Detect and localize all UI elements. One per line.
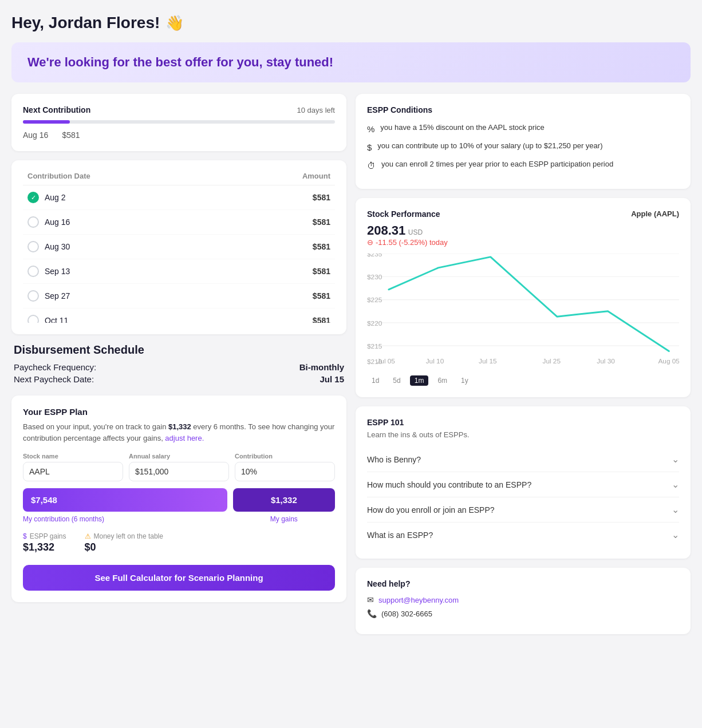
check-filled-icon: ✓ [27, 192, 39, 203]
time-tab-1y[interactable]: 1y [456, 375, 473, 386]
svg-text:Jul 10: Jul 10 [426, 357, 444, 365]
disbursement-section: Disbursement Schedule Paycheck Frequency… [11, 343, 346, 386]
row-amount: $581 [313, 242, 330, 251]
cta-button[interactable]: See Full Calculator for Scenario Plannin… [23, 565, 335, 591]
my-contribution-label: My contribution (6 months) [23, 515, 227, 523]
banner: We're looking for the best offer for you… [11, 42, 691, 82]
contribution-label: Contribution [235, 453, 335, 460]
help-title: Need help? [367, 579, 679, 588]
table-row: Aug 30 $581 [23, 235, 335, 259]
svg-text:Jul 05: Jul 05 [377, 357, 395, 365]
faq-question: How do you enroll or join an ESPP? [367, 505, 495, 515]
row-date: Aug 30 [45, 242, 70, 251]
calc-labels-row: My contribution (6 months) My gains [23, 515, 335, 523]
espp-plan-title: Your ESPP Plan [23, 407, 335, 417]
condition-icon: % [367, 123, 374, 135]
svg-text:Jul 15: Jul 15 [479, 357, 497, 365]
stock-price-unit: USD [408, 228, 423, 236]
stock-name-input[interactable] [23, 462, 123, 481]
condition-text: you can enroll 2 times per year prior to… [381, 159, 613, 169]
col-date: Contribution Date [27, 172, 90, 180]
change-icon: ⊖ [367, 238, 373, 247]
annual-salary-input[interactable] [129, 462, 229, 481]
paycheck-frequency-row: Paycheck Frequency: Bi-monthly [14, 362, 344, 372]
table-header: Contribution Date Amount [23, 172, 335, 185]
greeting-text: Hey, Jordan Flores! [11, 14, 160, 32]
progress-bar-fill [23, 120, 70, 124]
need-help-card: Need help? ✉ support@heybenny.com 📞 (608… [356, 568, 691, 634]
faq-question: What is an ESPP? [367, 531, 433, 540]
time-tab-1m[interactable]: 1m [410, 375, 429, 386]
chevron-down-icon: ⌄ [672, 529, 679, 540]
check-empty-icon [27, 266, 39, 277]
table-row: Sep 27 $581 [23, 284, 335, 308]
contribution-group: Contribution [235, 453, 335, 481]
contribution-date: Aug 16 [23, 130, 48, 140]
row-date: Oct 11 [45, 316, 68, 323]
next-paycheck-label: Next Paycheck Date: [14, 374, 94, 384]
espp-gains-value: $1,332 [23, 541, 66, 553]
stock-performance-card: Stock Performance Apple (AAPL) 208.31 US… [356, 198, 691, 397]
faq-list: Who is Benny? ⌄ How much should you cont… [367, 447, 679, 547]
my-gains-bar: $1,332 [233, 488, 335, 512]
paycheck-frequency-label: Paycheck Frequency: [14, 362, 96, 372]
money-left-label: Money left on the table [94, 532, 163, 540]
days-left: 10 days left [297, 106, 336, 114]
svg-text:Jul 25: Jul 25 [542, 357, 561, 365]
condition-item: $you can contribute up to 10% of your sa… [367, 141, 679, 153]
time-tab-1d[interactable]: 1d [367, 375, 384, 386]
adjust-link[interactable]: adjust here. [165, 434, 204, 442]
paycheck-frequency-value: Bi-monthly [299, 362, 344, 372]
contribution-input[interactable] [235, 462, 335, 481]
faq-item-0[interactable]: Who is Benny? ⌄ [367, 447, 679, 472]
check-empty-icon [27, 216, 39, 228]
time-tab-6m[interactable]: 6m [433, 375, 452, 386]
conditions-title: ESPP Conditions [367, 105, 679, 114]
condition-text: you can contribute up to 10% of your sal… [377, 141, 602, 151]
time-tabs: 1d5d1m6m1y [367, 375, 679, 386]
stock-name-group: Stock name [23, 453, 123, 481]
svg-text:$225: $225 [367, 296, 382, 304]
next-paycheck-value: Jul 15 [320, 374, 344, 384]
svg-text:$230: $230 [367, 273, 382, 281]
stock-change: ⊖ -11.55 (-5.25%) today [367, 238, 679, 247]
espp101-card: ESPP 101 Learn the ins & outs of ESPPs. … [356, 406, 691, 559]
espp-gains-item: $ ESPP gains $1,332 [23, 532, 66, 553]
progress-bar-bg [23, 120, 335, 124]
table-row: Oct 11 $581 [23, 308, 335, 323]
faq-item-1[interactable]: How much should you contribute to an ESP… [367, 472, 679, 497]
row-amount: $581 [313, 217, 330, 227]
check-empty-icon [27, 241, 39, 252]
espp101-desc: Learn the ins & outs of ESPPs. [367, 430, 679, 439]
faq-item-3[interactable]: What is an ESPP? ⌄ [367, 523, 679, 547]
help-phone: (608) 302-6665 [381, 610, 432, 618]
condition-item: ⏱you can enroll 2 times per year prior t… [367, 159, 679, 172]
stock-performance-title: Stock Performance [367, 209, 440, 219]
disbursement-title: Disbursement Schedule [14, 343, 344, 357]
next-paycheck-row: Next Paycheck Date: Jul 15 [14, 374, 344, 384]
espp-input-row: Stock name Annual salary Contribution [23, 453, 335, 481]
money-left-item: ⚠ Money left on the table $0 [85, 532, 163, 553]
next-contribution-card: Next Contribution 10 days left Aug 16 $5… [11, 94, 346, 151]
row-date: Sep 27 [45, 291, 70, 300]
stock-chart: $235 $230 $225 $220 $215 $210 [367, 254, 679, 371]
money-left-value: $0 [85, 541, 163, 553]
row-date: Aug 16 [45, 217, 70, 227]
row-date: Sep 13 [45, 267, 70, 276]
help-email[interactable]: support@heybenny.com [378, 596, 459, 604]
dollar-icon: $ [23, 532, 27, 540]
email-icon: ✉ [367, 595, 374, 604]
condition-text: you have a 15% discount on the AAPL stoc… [380, 122, 544, 133]
espp-plan-card: Your ESPP Plan Based on your input, you'… [11, 395, 346, 602]
espp-gains-label: ESPP gains [30, 532, 66, 540]
faq-item-2[interactable]: How do you enroll or join an ESPP? ⌄ [367, 497, 679, 523]
row-date: Aug 2 [45, 193, 66, 202]
conditions-list: %you have a 15% discount on the AAPL sto… [367, 122, 679, 172]
faq-question: Who is Benny? [367, 455, 421, 464]
row-amount: $581 [313, 193, 330, 202]
svg-text:$215: $215 [367, 342, 382, 350]
time-tab-5d[interactable]: 5d [388, 375, 405, 386]
col-amount: Amount [302, 172, 330, 180]
table-row: Sep 13 $581 [23, 259, 335, 284]
help-email-item: ✉ support@heybenny.com [367, 595, 679, 604]
